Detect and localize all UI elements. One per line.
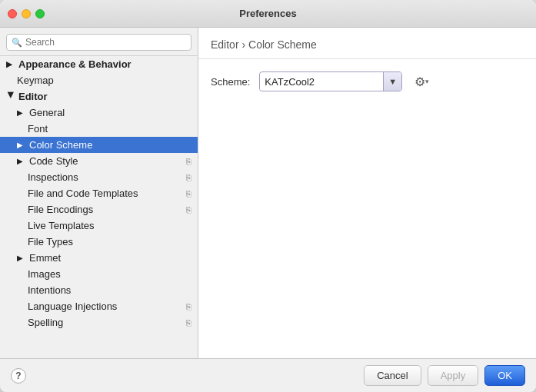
sidebar-item-live-templates[interactable]: Live Templates (0, 218, 198, 234)
footer-right: Cancel Apply OK (364, 365, 525, 386)
main-header: Editor › Color Scheme (198, 28, 536, 59)
chevron-right-icon: ▶ (17, 108, 26, 117)
copy-icon: ⎘ (186, 318, 191, 327)
sidebar-item-inspections[interactable]: Inspections ⎘ (0, 169, 198, 185)
sidebar-item-label: File Encodings (28, 204, 93, 215)
gear-icon: ⚙ (414, 75, 425, 89)
scheme-dropdown-button[interactable]: ▼ (383, 72, 401, 91)
help-button[interactable]: ? (11, 368, 26, 384)
chevron-right-icon: ▶ (17, 254, 26, 262)
sidebar-list: ▶ Appearance & Behavior Keymap ▶ Editor … (0, 56, 198, 358)
breadcrumb-section: Color Scheme (248, 38, 317, 51)
sidebar-item-emmet[interactable]: ▶ Emmet (0, 250, 198, 266)
sidebar-item-label: Inspections (28, 171, 78, 183)
sidebar-item-file-types[interactable]: File Types (0, 234, 198, 250)
sidebar-item-language-injections[interactable]: Language Injections ⎘ (0, 298, 198, 314)
sidebar-item-label: Live Templates (28, 220, 94, 231)
scheme-label: Scheme: (211, 76, 250, 88)
copy-icon: ⎘ (186, 173, 191, 182)
minimize-button[interactable] (22, 9, 31, 18)
sidebar-item-images[interactable]: Images (0, 266, 198, 282)
main-content-area: 🔍 ▶ Appearance & Behavior Keymap ▶ Edito… (0, 28, 536, 358)
sidebar-item-label: File Types (28, 236, 73, 247)
cancel-button[interactable]: Cancel (364, 365, 421, 386)
ok-button[interactable]: OK (484, 365, 525, 386)
chevron-right-icon: ▶ (17, 157, 26, 165)
main-body (198, 104, 536, 358)
scheme-select[interactable]: KATzCool2DefaultDarculaMonokaiSolarized … (260, 74, 383, 90)
sidebar-item-label: General (29, 107, 65, 118)
sidebar-item-label: Keymap (17, 75, 54, 86)
help-icon: ? (15, 370, 21, 381)
copy-icon: ⎘ (186, 157, 191, 166)
sidebar-item-label: Appearance & Behavior (18, 58, 132, 70)
scheme-select-wrap[interactable]: KATzCool2DefaultDarculaMonokaiSolarized … (259, 71, 402, 91)
apply-button[interactable]: Apply (428, 365, 479, 386)
sidebar-item-label: Font (28, 123, 48, 135)
search-bar: 🔍 (0, 28, 198, 56)
sidebar-item-label: File and Code Templates (28, 188, 138, 199)
preferences-window: Preferences 🔍 ▶ Appearance & Behavior Ke… (0, 0, 536, 392)
sidebar-item-label: Spelling (28, 317, 63, 328)
sidebar-item-code-style[interactable]: ▶ Code Style ⎘ (0, 153, 198, 169)
sidebar-item-label: Code Style (29, 155, 78, 167)
search-input[interactable] (25, 37, 186, 48)
dropdown-arrow-icon: ▼ (388, 77, 397, 86)
sidebar-item-keymap[interactable]: Keymap (0, 72, 198, 88)
sidebar-item-label: Intentions (28, 284, 71, 296)
copy-icon: ⎘ (186, 189, 191, 198)
copy-icon: ⎘ (186, 302, 191, 311)
chevron-down-icon: ▶ (7, 92, 15, 101)
search-input-wrap[interactable]: 🔍 (6, 34, 191, 51)
sidebar-item-file-code-templates[interactable]: File and Code Templates ⎘ (0, 185, 198, 201)
sidebar-item-intentions[interactable]: Intentions (0, 282, 198, 298)
sidebar-item-font[interactable]: Font (0, 121, 198, 137)
chevron-right-icon: ▶ (17, 141, 26, 149)
gear-dropdown-indicator: ▾ (425, 78, 429, 85)
sidebar-item-color-scheme[interactable]: ▶ Color Scheme (0, 137, 198, 153)
window-controls (8, 9, 45, 18)
main-panel: Editor › Color Scheme Scheme: KATzCool2D… (198, 28, 536, 358)
footer: ? Cancel Apply OK (0, 358, 536, 392)
scheme-gear-button[interactable]: ⚙▾ (411, 71, 431, 91)
sidebar-item-editor[interactable]: ▶ Editor (0, 88, 198, 105)
sidebar-item-label: Language Injections (28, 301, 117, 312)
search-icon: 🔍 (12, 38, 22, 48)
breadcrumb-sep: › (239, 38, 248, 51)
sidebar-item-label: Color Scheme (29, 139, 92, 151)
breadcrumb-editor: Editor (211, 38, 239, 51)
sidebar-item-label: Images (28, 268, 61, 280)
scheme-row: Scheme: KATzCool2DefaultDarculaMonokaiSo… (198, 59, 536, 104)
window-title: Preferences (239, 8, 296, 19)
sidebar-item-label: Emmet (29, 252, 61, 264)
maximize-button[interactable] (35, 9, 45, 18)
sidebar-item-appearance-behavior[interactable]: ▶ Appearance & Behavior (0, 56, 198, 72)
sidebar: 🔍 ▶ Appearance & Behavior Keymap ▶ Edito… (0, 28, 198, 358)
chevron-right-icon: ▶ (6, 60, 15, 68)
title-bar: Preferences (0, 0, 536, 28)
sidebar-item-label: Editor (18, 91, 48, 102)
footer-left: ? (11, 368, 26, 384)
sidebar-item-file-encodings[interactable]: File Encodings ⎘ (0, 201, 198, 218)
sidebar-item-spelling[interactable]: Spelling ⎘ (0, 314, 198, 331)
breadcrumb: Editor › Color Scheme (211, 38, 317, 51)
copy-icon: ⎘ (186, 205, 191, 214)
sidebar-item-general[interactable]: ▶ General (0, 105, 198, 121)
close-button[interactable] (8, 9, 17, 18)
